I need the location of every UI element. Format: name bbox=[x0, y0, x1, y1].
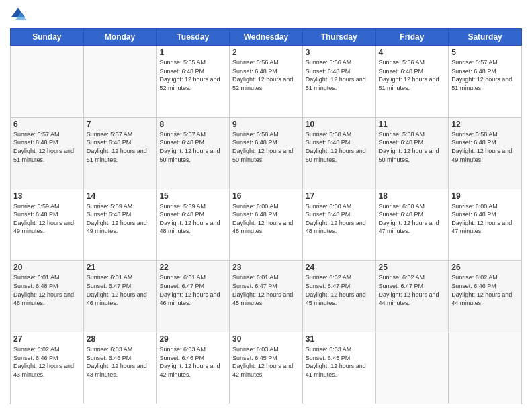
day-number: 29 bbox=[159, 334, 226, 344]
page: SundayMondayTuesdayWednesdayThursdayFrid… bbox=[0, 0, 532, 411]
calendar-cell: 14Sunrise: 5:59 AMSunset: 6:48 PMDayligh… bbox=[83, 189, 157, 261]
calendar-cell: 25Sunrise: 6:02 AMSunset: 6:47 PMDayligh… bbox=[375, 261, 449, 332]
day-info: Sunrise: 6:03 AMSunset: 6:46 PMDaylight:… bbox=[159, 345, 226, 379]
calendar-cell: 13Sunrise: 5:59 AMSunset: 6:48 PMDayligh… bbox=[11, 189, 84, 261]
day-info: Sunrise: 5:58 AMSunset: 6:48 PMDaylight:… bbox=[379, 130, 446, 164]
day-info: Sunrise: 5:57 AMSunset: 6:48 PMDaylight:… bbox=[451, 58, 519, 92]
day-number: 5 bbox=[451, 48, 519, 57]
day-info: Sunrise: 6:02 AMSunset: 6:47 PMDaylight:… bbox=[306, 273, 373, 307]
day-info: Sunrise: 6:03 AMSunset: 6:45 PMDaylight:… bbox=[232, 345, 300, 379]
day-number: 19 bbox=[451, 191, 519, 201]
calendar-cell: 16Sunrise: 6:00 AMSunset: 6:48 PMDayligh… bbox=[230, 189, 303, 261]
day-number: 7 bbox=[87, 120, 154, 129]
calendar-table: SundayMondayTuesdayWednesdayThursdayFrid… bbox=[10, 28, 522, 404]
calendar-cell: 1Sunrise: 5:55 AMSunset: 6:48 PMDaylight… bbox=[157, 46, 230, 118]
calendar-cell: 2Sunrise: 5:56 AMSunset: 6:48 PMDaylight… bbox=[230, 46, 303, 118]
day-number: 11 bbox=[379, 120, 446, 129]
calendar-cell: 28Sunrise: 6:03 AMSunset: 6:46 PMDayligh… bbox=[83, 332, 157, 404]
calendar-cell: 15Sunrise: 5:59 AMSunset: 6:48 PMDayligh… bbox=[157, 189, 230, 261]
day-number: 31 bbox=[306, 334, 373, 344]
calendar-cell: 26Sunrise: 6:02 AMSunset: 6:46 PMDayligh… bbox=[449, 261, 522, 332]
day-info: Sunrise: 5:59 AMSunset: 6:48 PMDaylight:… bbox=[13, 202, 81, 236]
day-number: 8 bbox=[159, 120, 226, 129]
calendar-cell: 12Sunrise: 5:58 AMSunset: 6:48 PMDayligh… bbox=[449, 117, 522, 189]
day-info: Sunrise: 5:58 AMSunset: 6:48 PMDaylight:… bbox=[306, 130, 373, 164]
day-number: 14 bbox=[87, 191, 154, 201]
day-number: 2 bbox=[232, 48, 300, 57]
calendar-header-tuesday: Tuesday bbox=[157, 29, 230, 46]
day-number: 12 bbox=[451, 120, 519, 129]
day-number: 17 bbox=[306, 191, 373, 201]
day-info: Sunrise: 6:00 AMSunset: 6:48 PMDaylight:… bbox=[379, 202, 446, 236]
day-info: Sunrise: 6:02 AMSunset: 6:47 PMDaylight:… bbox=[379, 273, 446, 307]
day-info: Sunrise: 5:58 AMSunset: 6:48 PMDaylight:… bbox=[232, 130, 300, 164]
day-info: Sunrise: 6:00 AMSunset: 6:48 PMDaylight:… bbox=[306, 202, 373, 236]
calendar-header-wednesday: Wednesday bbox=[230, 29, 303, 46]
calendar-cell: 20Sunrise: 6:01 AMSunset: 6:48 PMDayligh… bbox=[11, 261, 84, 332]
logo bbox=[10, 7, 29, 23]
header bbox=[10, 7, 522, 23]
day-info: Sunrise: 6:02 AMSunset: 6:46 PMDaylight:… bbox=[451, 273, 519, 307]
day-number: 24 bbox=[306, 263, 373, 272]
calendar-header-friday: Friday bbox=[375, 29, 449, 46]
calendar-header-thursday: Thursday bbox=[302, 29, 375, 46]
day-number: 23 bbox=[232, 263, 300, 272]
day-number: 30 bbox=[232, 334, 300, 344]
day-info: Sunrise: 6:01 AMSunset: 6:47 PMDaylight:… bbox=[232, 273, 300, 307]
day-info: Sunrise: 5:58 AMSunset: 6:48 PMDaylight:… bbox=[451, 130, 519, 164]
day-info: Sunrise: 5:56 AMSunset: 6:48 PMDaylight:… bbox=[379, 58, 446, 92]
day-info: Sunrise: 6:01 AMSunset: 6:47 PMDaylight:… bbox=[159, 273, 226, 307]
day-number: 4 bbox=[379, 48, 446, 57]
calendar-cell: 5Sunrise: 5:57 AMSunset: 6:48 PMDaylight… bbox=[449, 46, 522, 118]
calendar-header-row: SundayMondayTuesdayWednesdayThursdayFrid… bbox=[11, 29, 522, 46]
day-number: 27 bbox=[13, 334, 81, 344]
calendar-cell: 27Sunrise: 6:02 AMSunset: 6:46 PMDayligh… bbox=[11, 332, 84, 404]
day-number: 1 bbox=[159, 48, 226, 57]
day-info: Sunrise: 5:56 AMSunset: 6:48 PMDaylight:… bbox=[232, 58, 300, 92]
calendar-cell bbox=[449, 332, 522, 404]
day-info: Sunrise: 6:02 AMSunset: 6:46 PMDaylight:… bbox=[13, 345, 81, 379]
calendar-header-sunday: Sunday bbox=[11, 29, 84, 46]
day-info: Sunrise: 6:00 AMSunset: 6:48 PMDaylight:… bbox=[451, 202, 519, 236]
day-info: Sunrise: 5:59 AMSunset: 6:48 PMDaylight:… bbox=[87, 202, 154, 236]
calendar-cell bbox=[11, 46, 84, 118]
day-number: 13 bbox=[13, 191, 81, 201]
calendar-cell: 30Sunrise: 6:03 AMSunset: 6:45 PMDayligh… bbox=[230, 332, 303, 404]
day-number: 15 bbox=[159, 191, 226, 201]
calendar-cell: 9Sunrise: 5:58 AMSunset: 6:48 PMDaylight… bbox=[230, 117, 303, 189]
calendar-cell: 17Sunrise: 6:00 AMSunset: 6:48 PMDayligh… bbox=[302, 189, 375, 261]
calendar-cell: 11Sunrise: 5:58 AMSunset: 6:48 PMDayligh… bbox=[375, 117, 449, 189]
day-info: Sunrise: 6:03 AMSunset: 6:45 PMDaylight:… bbox=[306, 345, 373, 379]
calendar-week-row: 1Sunrise: 5:55 AMSunset: 6:48 PMDaylight… bbox=[11, 46, 522, 118]
day-number: 10 bbox=[306, 120, 373, 129]
calendar-cell: 18Sunrise: 6:00 AMSunset: 6:48 PMDayligh… bbox=[375, 189, 449, 261]
calendar-week-row: 27Sunrise: 6:02 AMSunset: 6:46 PMDayligh… bbox=[11, 332, 522, 404]
day-info: Sunrise: 5:56 AMSunset: 6:48 PMDaylight:… bbox=[306, 58, 373, 92]
day-number: 16 bbox=[232, 191, 300, 201]
day-number: 21 bbox=[87, 263, 154, 272]
calendar-cell: 3Sunrise: 5:56 AMSunset: 6:48 PMDaylight… bbox=[302, 46, 375, 118]
calendar-week-row: 13Sunrise: 5:59 AMSunset: 6:48 PMDayligh… bbox=[11, 189, 522, 261]
day-info: Sunrise: 6:01 AMSunset: 6:47 PMDaylight:… bbox=[87, 273, 154, 307]
day-number: 26 bbox=[451, 263, 519, 272]
calendar-cell bbox=[375, 332, 449, 404]
day-number: 6 bbox=[13, 120, 81, 129]
day-info: Sunrise: 6:03 AMSunset: 6:46 PMDaylight:… bbox=[87, 345, 154, 379]
calendar-cell: 8Sunrise: 5:57 AMSunset: 6:48 PMDaylight… bbox=[157, 117, 230, 189]
calendar-cell: 19Sunrise: 6:00 AMSunset: 6:48 PMDayligh… bbox=[449, 189, 522, 261]
calendar-cell: 6Sunrise: 5:57 AMSunset: 6:48 PMDaylight… bbox=[11, 117, 84, 189]
day-number: 3 bbox=[306, 48, 373, 57]
day-info: Sunrise: 5:59 AMSunset: 6:48 PMDaylight:… bbox=[159, 202, 226, 236]
logo-icon bbox=[10, 7, 26, 23]
calendar-header-saturday: Saturday bbox=[449, 29, 522, 46]
calendar-cell: 24Sunrise: 6:02 AMSunset: 6:47 PMDayligh… bbox=[302, 261, 375, 332]
day-number: 22 bbox=[159, 263, 226, 272]
calendar-cell bbox=[83, 46, 157, 118]
day-info: Sunrise: 5:57 AMSunset: 6:48 PMDaylight:… bbox=[13, 130, 81, 164]
calendar-cell: 29Sunrise: 6:03 AMSunset: 6:46 PMDayligh… bbox=[157, 332, 230, 404]
day-number: 18 bbox=[379, 191, 446, 201]
day-info: Sunrise: 6:00 AMSunset: 6:48 PMDaylight:… bbox=[232, 202, 300, 236]
calendar-cell: 23Sunrise: 6:01 AMSunset: 6:47 PMDayligh… bbox=[230, 261, 303, 332]
calendar-week-row: 6Sunrise: 5:57 AMSunset: 6:48 PMDaylight… bbox=[11, 117, 522, 189]
day-info: Sunrise: 6:01 AMSunset: 6:48 PMDaylight:… bbox=[13, 273, 81, 307]
